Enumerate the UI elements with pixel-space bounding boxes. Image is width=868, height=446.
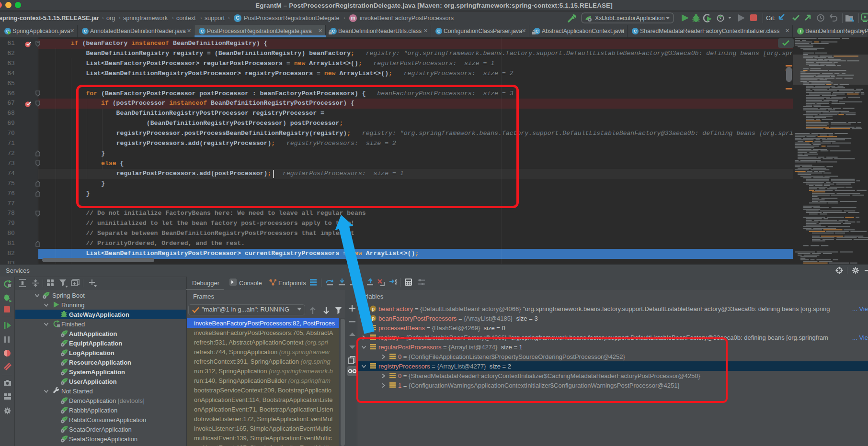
svg-text:p: p (372, 306, 375, 312)
svg-text:p: p (372, 316, 375, 321)
svg-text:Git:: Git: (766, 14, 776, 22)
svg-text:XxlJobExecutorApplication: XxlJobExecutorApplication (595, 15, 665, 22)
